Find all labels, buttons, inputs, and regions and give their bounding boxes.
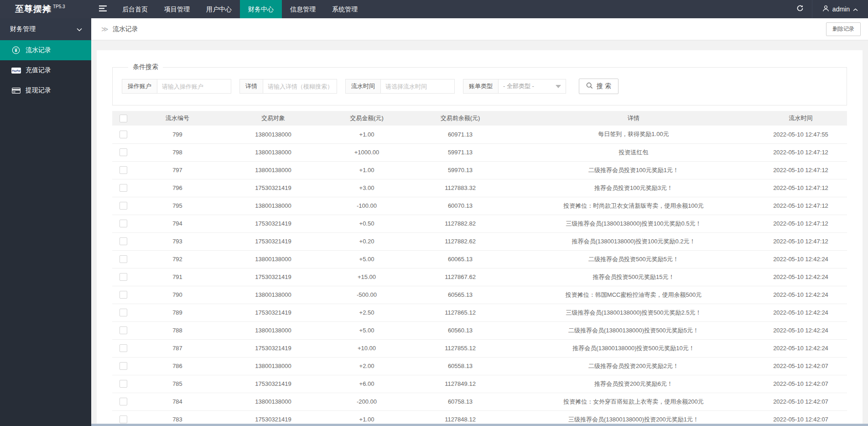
cell-serial: 796 — [134, 179, 221, 197]
breadcrumb-icon: ≫ — [101, 25, 109, 33]
cell-detail: 推荐会员投资200元奖励6元！ — [513, 375, 754, 393]
table-row: 79213800138000+5.0060065.13二级推荐会员投资500元奖… — [112, 250, 847, 268]
cell-serial: 795 — [134, 197, 221, 215]
row-checkbox[interactable] — [120, 415, 127, 423]
row-checkbox[interactable] — [120, 380, 127, 388]
cell-serial: 797 — [134, 161, 221, 179]
row-checkbox[interactable] — [120, 184, 127, 192]
horizontal-scrollbar[interactable] — [91, 424, 868, 426]
row-checkbox-cell — [112, 286, 134, 304]
row-checkbox-cell — [112, 321, 134, 339]
svg-text:PayPal: PayPal — [12, 69, 21, 72]
cell-amount: +2.50 — [326, 304, 408, 321]
nav-item[interactable]: 用户中心 — [198, 0, 240, 18]
main-content: ≫ 流水记录 删除记录 条件搜索 操作账户 详情 流水时间 — [91, 18, 868, 426]
row-checkbox[interactable] — [120, 291, 127, 299]
nav-item[interactable]: 后台首页 — [114, 0, 156, 18]
cell-account: 13800138000 — [221, 286, 326, 304]
cell-account: 17530321419 — [221, 179, 326, 197]
row-checkbox-cell — [112, 161, 134, 179]
nav-item[interactable]: 财务中心 — [240, 0, 282, 18]
filter-account: 操作账户 — [122, 79, 231, 94]
menu-collapse-button[interactable] — [91, 0, 114, 18]
cell-balance: 1127855.12 — [408, 339, 513, 357]
cell-account: 13800138000 — [221, 161, 326, 179]
detail-input[interactable] — [263, 79, 337, 94]
cell-amount: -500.00 — [326, 286, 408, 304]
select-caret-icon — [556, 85, 561, 88]
nav-item[interactable]: 项目管理 — [156, 0, 198, 18]
cell-balance: 60065.13 — [408, 250, 513, 268]
sidebar-items: ¥流水记录PayPal充值记录提现记录 — [0, 40, 91, 100]
row-checkbox[interactable] — [120, 273, 127, 281]
row-checkbox-cell — [112, 232, 134, 250]
bill-type-label: 账单类型 — [463, 79, 499, 94]
row-checkbox[interactable] — [120, 344, 127, 352]
column-header: 流水时间 — [754, 111, 847, 126]
cell-amount: +5.00 — [326, 321, 408, 339]
row-checkbox-cell — [112, 143, 134, 161]
account-input[interactable] — [157, 79, 231, 94]
yen-circle-icon: ¥ — [11, 46, 21, 54]
cell-detail: 推荐会员(13800138000)投资500元奖励10元！ — [513, 339, 754, 357]
nav-item[interactable]: 系统管理 — [324, 0, 366, 18]
table-row: 79317530321419+0.201127882.62推荐会员(138001… — [112, 232, 847, 250]
chevron-down-icon — [77, 26, 82, 33]
sidebar-item-link[interactable]: 提现记录 — [0, 80, 91, 100]
search-button[interactable]: 搜 索 — [579, 79, 619, 94]
row-checkbox-cell — [112, 304, 134, 321]
column-header: 流水编号 — [134, 111, 221, 126]
cell-detail: 投资摊位：时尚款卫衣女清新版寄卖，使用余额100元 — [513, 197, 754, 215]
cell-balance: 60558.13 — [408, 357, 513, 375]
cell-account: 13800138000 — [221, 250, 326, 268]
sidebar-item-label: 流水记录 — [26, 46, 51, 54]
cell-time: 2022-05-10 12:42:24 — [754, 339, 847, 357]
cell-detail: 投资送红包 — [513, 143, 754, 161]
row-checkbox[interactable] — [120, 255, 127, 263]
cell-account: 13800138000 — [221, 143, 326, 161]
column-header: 交易金额(元) — [326, 111, 408, 126]
row-checkbox[interactable] — [120, 326, 127, 334]
row-checkbox[interactable] — [120, 148, 127, 156]
row-checkbox-cell — [112, 179, 134, 197]
search-panel: 条件搜索 操作账户 详情 流水时间 账单类型 - 全部类型 - — [112, 63, 847, 105]
refresh-button[interactable] — [788, 0, 812, 18]
sidebar-group-finance[interactable]: 财务管理 — [0, 18, 91, 40]
user-menu[interactable]: admin — [812, 0, 868, 18]
time-input[interactable] — [381, 79, 455, 94]
table-row: 78813800138000+5.0060560.13二级推荐会员(138001… — [112, 321, 847, 339]
row-checkbox[interactable] — [120, 309, 127, 316]
sidebar-item-link[interactable]: PayPal充值记录 — [0, 60, 91, 80]
cell-balance: 1127882.82 — [408, 215, 513, 232]
cell-time: 2022-05-10 12:47:12 — [754, 143, 847, 161]
app-version: TP5.3 — [53, 4, 65, 9]
row-checkbox[interactable] — [120, 362, 127, 370]
detail-field-label: 详情 — [239, 79, 263, 94]
delete-records-button[interactable]: 删除记录 — [826, 22, 861, 36]
row-checkbox-cell — [112, 250, 134, 268]
row-checkbox[interactable] — [120, 220, 127, 227]
cell-balance: 1127849.12 — [408, 375, 513, 393]
row-checkbox[interactable] — [120, 202, 127, 210]
cell-account: 13800138000 — [221, 321, 326, 339]
row-checkbox-cell — [112, 357, 134, 375]
bill-type-select[interactable]: - 全部类型 - — [499, 79, 566, 94]
row-checkbox[interactable] — [120, 237, 127, 245]
filter-row: 操作账户 详情 流水时间 账单类型 - 全部类型 - — [122, 79, 837, 94]
column-header: 交易对象 — [221, 111, 326, 126]
app-logo: 至尊摆摊 TP5.3 — [0, 0, 91, 18]
cell-time: 2022-05-10 12:47:12 — [754, 215, 847, 232]
username: admin — [832, 5, 850, 13]
table-row: 78917530321419+2.501127865.12三级推荐会员(1380… — [112, 304, 847, 321]
select-all-checkbox[interactable] — [120, 115, 127, 122]
cell-amount: +1.00 — [326, 126, 408, 143]
sidebar-item-label: 提现记录 — [26, 86, 51, 95]
row-checkbox[interactable] — [120, 166, 127, 174]
row-checkbox[interactable] — [120, 398, 127, 405]
refresh-icon — [796, 5, 804, 14]
sidebar-item-active[interactable]: ¥流水记录 — [0, 40, 91, 60]
cell-serial: 799 — [134, 126, 221, 143]
cell-balance: 1127865.12 — [408, 304, 513, 321]
row-checkbox[interactable] — [120, 131, 127, 138]
nav-item[interactable]: 信息管理 — [282, 0, 324, 18]
